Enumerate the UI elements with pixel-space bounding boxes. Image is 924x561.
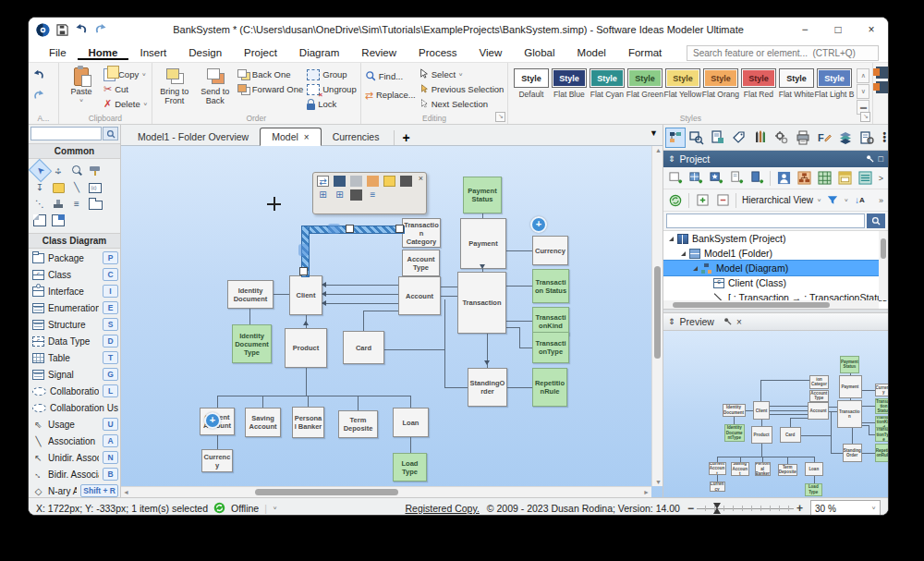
shape-collaboration-use[interactable]: Collaboration Use	[29, 399, 120, 416]
zoom-level-select[interactable]: 30 %∨	[810, 500, 881, 516]
style-flat-yellow[interactable]: StyleFlat Yellow	[663, 66, 701, 99]
style-flat-cyan[interactable]: StyleFlat Cyan	[588, 66, 626, 99]
diagram-node-currency[interactable]: Currency	[201, 449, 233, 472]
close-button[interactable]: ×	[855, 18, 888, 42]
tab-model1-folder-overview[interactable]: Model1 - Folder Overview	[127, 128, 260, 145]
diagram-node-payment-status[interactable]: Payment Status	[463, 177, 502, 213]
toolbar-overflow-icon[interactable]: >	[879, 174, 885, 183]
note-icon[interactable]	[383, 176, 395, 187]
diagram-node-identity-documenttype[interactable]: Identity DocumentType	[232, 324, 272, 363]
maximize-button[interactable]: □	[821, 18, 855, 42]
add-item-icon[interactable]	[707, 169, 725, 187]
settings-icon[interactable]	[772, 128, 792, 148]
style-swatch[interactable]: Style	[741, 68, 776, 88]
back-one-button[interactable]: Back One	[237, 67, 303, 81]
diagram-node-payment[interactable]: Payment	[460, 218, 506, 269]
selected-connector-horizontal[interactable]	[304, 226, 405, 234]
zoom-thumb[interactable]	[713, 503, 721, 514]
expander-icon[interactable]	[669, 237, 674, 241]
tab-list-dropdown-icon[interactable]: ▼	[650, 128, 658, 138]
chevron-down-icon[interactable]: ∨	[844, 198, 848, 203]
minimize-button[interactable]: −	[788, 18, 821, 42]
view-mode-select[interactable]: Hierarchical View	[740, 195, 815, 205]
paste-style-icon[interactable]	[350, 176, 362, 187]
tree-horizontal-scrollbar[interactable]	[663, 300, 879, 309]
context-toolbar[interactable]: × ⇄ ⊞⊞≡	[312, 172, 427, 214]
diagram-node-currency[interactable]: Currency	[532, 236, 568, 265]
fill-color-icon[interactable]	[350, 189, 362, 201]
style-flat-blue[interactable]: StyleFlat Blue	[550, 66, 588, 99]
diagram-node-saving-account[interactable]: Saving Account	[245, 408, 281, 437]
shape-interface[interactable]: InterfaceI	[29, 283, 120, 299]
style-manager-icon[interactable]	[876, 81, 889, 93]
undo-icon[interactable]	[75, 24, 88, 36]
shape-bidir-associatio[interactable]: ↔Bidir. AssociatioB	[29, 466, 120, 482]
styles-scroll-up-icon[interactable]: ∧	[857, 68, 869, 83]
diagram-node-term-deposite[interactable]: Term Deposite	[338, 410, 378, 438]
menu-design[interactable]: Design	[177, 43, 233, 60]
orgchart-element-icon[interactable]	[795, 169, 813, 187]
diagram-node-product[interactable]: Product	[285, 328, 327, 368]
line-tool-icon[interactable]: ╲	[68, 179, 86, 195]
diagram-node-identity-document[interactable]: Identity Document	[227, 280, 274, 309]
next-selection-button[interactable]: Next Selection	[419, 97, 505, 111]
project-search-input[interactable]	[666, 213, 865, 228]
style-flat-light-b[interactable]: StyleFlat Light B	[815, 66, 853, 99]
style-swatch[interactable]: Style	[665, 68, 700, 88]
reverse-direction-icon[interactable]: ⇄	[317, 176, 329, 187]
select-button[interactable]: Select∨	[419, 67, 505, 81]
toolbox-search-input[interactable]	[30, 127, 102, 140]
styles-dialog-launcher[interactable]: ↘	[860, 112, 870, 122]
shape-usage[interactable]: ⇖UsageU	[29, 416, 120, 433]
diagram-canvas[interactable]: Payment StatusPaymentCurrencyTransaction…	[121, 146, 663, 497]
expander-icon[interactable]	[693, 266, 698, 271]
list-element-icon[interactable]	[856, 169, 874, 187]
common-section-header[interactable]: Common	[29, 143, 120, 159]
shape-data-type[interactable]: Data TypeD	[29, 333, 120, 349]
connector-handle[interactable]	[346, 225, 354, 233]
delete-button[interactable]: ✗Delete∨	[103, 97, 148, 111]
copy-button[interactable]: Copy∨	[103, 67, 148, 81]
insert-element-icon[interactable]: ↧	[31, 179, 49, 195]
zoom-out-button[interactable]: −	[687, 502, 694, 515]
pan-tool-icon[interactable]	[50, 163, 67, 178]
expand-all-icon[interactable]	[693, 191, 711, 209]
diagram-node-transactiontype[interactable]: TransactionType	[532, 332, 569, 363]
scroll-thumb[interactable]	[255, 489, 398, 495]
bring-to-front-button[interactable]: Bring to Front	[156, 66, 193, 106]
close-panel-icon[interactable]: ×	[736, 317, 742, 327]
documentation-icon[interactable]	[708, 128, 728, 148]
collapse-all-icon[interactable]	[713, 191, 732, 209]
style-flat-white[interactable]: StyleFlat White	[777, 66, 815, 99]
preview-panel-header[interactable]: ⇕ Preview ×	[663, 312, 888, 331]
menu-home[interactable]: Home	[78, 43, 129, 60]
add-folder-icon[interactable]	[687, 169, 705, 187]
style-flat-red[interactable]: StyleFlat Red	[739, 66, 777, 99]
folder-tool-icon[interactable]	[87, 196, 104, 212]
send-to-back-button[interactable]: Send to Back	[197, 66, 234, 106]
forward-one-button[interactable]: Forward One	[237, 82, 303, 96]
diagram-node-client[interactable]: Client	[289, 275, 322, 315]
shape-structure[interactable]: StructureS	[29, 316, 120, 333]
paste-button[interactable]: Paste∨	[63, 66, 100, 104]
diagram-node-transaction-status[interactable]: Transaction Status	[532, 269, 569, 303]
style-swatch[interactable]: Style	[817, 68, 852, 88]
lock-button[interactable]: Lock	[307, 97, 356, 111]
diagram-node-account[interactable]: Account	[398, 276, 441, 315]
style-swatch[interactable]: Style	[703, 68, 738, 88]
ungroup-button[interactable]: Ungroup	[307, 82, 356, 96]
line-format-icon[interactable]: ≡	[367, 189, 379, 201]
group-button[interactable]: Group	[307, 67, 356, 81]
shape-package[interactable]: PackageP	[29, 250, 120, 266]
shape-association[interactable]: ╲AssociationA	[29, 433, 120, 449]
zoom-tool-icon[interactable]	[68, 163, 86, 178]
tree-vertical-scrollbar[interactable]	[879, 231, 888, 300]
tab-close-icon[interactable]: ×	[304, 132, 310, 142]
scroll-thumb[interactable]	[654, 266, 661, 359]
shape-collaboration[interactable]: CollaborationL	[29, 383, 120, 399]
zoom-in-button[interactable]: +	[796, 502, 803, 515]
ribbon-undo-icon[interactable]	[32, 67, 45, 84]
new-tab-button[interactable]: +	[394, 130, 417, 145]
filter-icon[interactable]	[823, 191, 842, 209]
menu-process[interactable]: Process	[407, 43, 468, 60]
